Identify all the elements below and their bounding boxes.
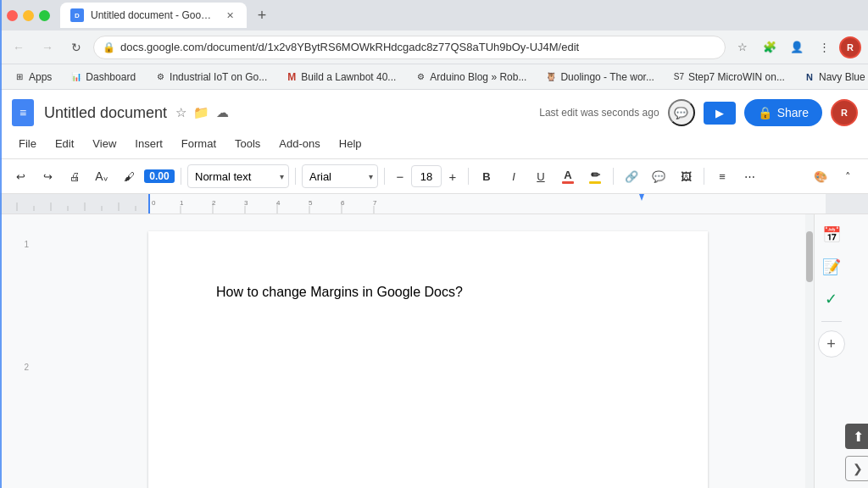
separator-4	[468, 168, 469, 185]
doc-title[interactable]: Untitled document	[44, 104, 167, 122]
address-bar[interactable]: 🔒 docs.google.com/document/d/1x2v8YBytRS…	[93, 36, 726, 59]
bookmark-step7[interactable]: S7 Step7 MicroWIN on...	[666, 69, 792, 86]
bookmark-apps-label: Apps	[29, 71, 52, 83]
indent-marker: 0.00	[144, 169, 175, 183]
tab-close-button[interactable]: ✕	[223, 8, 236, 22]
new-tab-button[interactable]: +	[250, 3, 274, 27]
forward-button[interactable]: →	[36, 36, 59, 59]
format-paint-button[interactable]: 🎨	[809, 164, 832, 188]
bookmark-navy[interactable]: N Navy Blue and Blac...	[797, 69, 868, 86]
font-size-input[interactable]	[411, 165, 442, 187]
doc-pages-area: How to change Margins in Google Docs?	[51, 214, 805, 488]
italic-button[interactable]: I	[502, 164, 526, 188]
highlight-indicator: ✏	[589, 169, 601, 184]
font-size-area: − +	[391, 165, 462, 187]
comments-button[interactable]: 💬	[668, 99, 695, 126]
profile-avatar[interactable]: R	[839, 36, 861, 58]
bookmark-arduino[interactable]: ⚙ Arduino Blog » Rob...	[408, 69, 533, 86]
bookmark-button[interactable]: ☆	[731, 36, 754, 59]
bookmark-lawnbot[interactable]: M Build a Lawnbot 40...	[279, 69, 403, 86]
calendar-sidebar-button[interactable]: 📅	[818, 221, 845, 248]
increase-font-size-button[interactable]: +	[443, 167, 462, 186]
iot-icon: ⚙	[154, 71, 166, 83]
back-button[interactable]: ←	[7, 36, 31, 59]
menu-insert[interactable]: Insert	[126, 134, 171, 153]
print-button[interactable]: 🖨	[63, 164, 86, 188]
notes-sidebar-button[interactable]: 📝	[818, 253, 845, 280]
spell-check-button[interactable]: Aᵥ	[90, 164, 114, 188]
ruler-number-1: 1	[0, 240, 34, 249]
menu-view[interactable]: View	[84, 134, 125, 153]
bookmark-navy-label: Navy Blue and Blac...	[819, 71, 868, 83]
paint-format-button[interactable]: 🖌	[117, 164, 141, 188]
doc-page[interactable]: How to change Margins in Google Docs?	[148, 231, 708, 488]
scrollbar-thumb[interactable]	[806, 231, 813, 282]
more-menu-button[interactable]: ⋮	[812, 36, 836, 59]
menu-addons[interactable]: Add-ons	[270, 134, 328, 153]
menu-format[interactable]: Format	[173, 134, 225, 153]
scroll-to-top-button[interactable]: ⬆	[845, 424, 868, 449]
decrease-font-size-button[interactable]: −	[391, 167, 409, 186]
style-select-wrapper[interactable]: Normal text	[187, 164, 289, 188]
svg-text:3: 3	[244, 199, 248, 207]
font-select-wrapper[interactable]: Arial	[302, 164, 378, 188]
browser-tab[interactable]: D Untitled document - Google Do... ✕	[60, 3, 247, 28]
extensions-button[interactable]: 🧩	[758, 36, 782, 59]
text-color-button[interactable]: A	[556, 164, 580, 188]
window-maximize-button[interactable]	[39, 10, 50, 21]
font-select[interactable]: Arial	[302, 164, 378, 188]
page-nav: ⬆ ❯	[848, 214, 868, 488]
separator-6	[704, 168, 704, 185]
reload-button[interactable]: ↻	[64, 36, 88, 59]
add-sidebar-button[interactable]: +	[818, 330, 845, 358]
insert-link-button[interactable]: 🔗	[620, 164, 643, 188]
present-icon: ▶	[715, 107, 724, 119]
main-content: Untitled document ☆ 📁 ☁ Last edit was se…	[0, 90, 868, 488]
ruler: 0 1 2 3 4 5 6 7	[0, 194, 868, 214]
bookmark-duolingo[interactable]: 🦉 Duolingo - The wor...	[538, 69, 661, 86]
svg-rect-9	[148, 194, 826, 214]
svg-text:0: 0	[152, 199, 156, 207]
share-button[interactable]: 🔒 Share	[744, 99, 822, 126]
docs-toolbar: ↩ ↪ 🖨 Aᵥ 🖌 0.00 Normal text Arial	[0, 159, 868, 194]
doc-editing-area[interactable]: How to change Margins in Google Docs?	[34, 214, 805, 488]
duolingo-icon: 🦉	[545, 71, 557, 83]
accounts-button[interactable]: 👤	[785, 36, 809, 59]
collapse-toolbar-button[interactable]: ˄	[836, 164, 860, 188]
next-page-button[interactable]: ❯	[845, 456, 868, 481]
bookmark-iot[interactable]: ⚙ Industrial IoT on Go...	[147, 69, 274, 86]
underline-button[interactable]: U	[529, 164, 553, 188]
star-icon[interactable]: ☆	[175, 105, 186, 120]
browser-titlebar: D Untitled document - Google Do... ✕ +	[0, 0, 868, 30]
scrollbar[interactable]	[805, 214, 814, 488]
align-button[interactable]: ≡	[710, 164, 734, 188]
user-avatar[interactable]: R	[831, 99, 858, 126]
doc-content[interactable]: How to change Margins in Google Docs?	[216, 282, 640, 302]
insert-comment-button[interactable]: 💬	[647, 164, 670, 188]
bookmark-step7-label: Step7 MicroWIN on...	[688, 71, 785, 83]
bookmark-dashboard[interactable]: 📊 Dashboard	[64, 69, 142, 86]
menu-file[interactable]: File	[10, 134, 45, 153]
ssl-icon: 🔒	[103, 42, 115, 53]
bookmark-duolingo-label: Duolingo - The wor...	[560, 71, 654, 83]
menu-edit[interactable]: Edit	[47, 134, 82, 153]
bold-button[interactable]: B	[475, 164, 498, 188]
move-to-folder-icon[interactable]: 📁	[193, 105, 209, 120]
save-to-drive-icon[interactable]: ☁	[216, 105, 229, 120]
redo-button[interactable]: ↪	[36, 164, 59, 188]
menu-tools[interactable]: Tools	[226, 134, 269, 153]
separator-2	[295, 168, 296, 185]
more-toolbar-button[interactable]: ⋯	[737, 164, 761, 188]
menu-help[interactable]: Help	[331, 134, 370, 153]
present-button[interactable]: ▶	[704, 102, 736, 125]
tasks-sidebar-button[interactable]: ✓	[818, 286, 845, 313]
window-minimize-button[interactable]	[23, 10, 34, 21]
insert-image-button[interactable]: 🖼	[674, 164, 698, 188]
style-select[interactable]: Normal text	[187, 164, 289, 188]
docs-header: Untitled document ☆ 📁 ☁ Last edit was se…	[0, 90, 868, 159]
undo-button[interactable]: ↩	[8, 164, 32, 188]
window-close-button[interactable]	[7, 10, 18, 21]
highlight-button[interactable]: ✏	[583, 164, 607, 188]
body-text[interactable]: How to change Margins in Google Docs?	[216, 282, 463, 302]
bookmark-apps[interactable]: ⊞ Apps	[7, 69, 58, 86]
